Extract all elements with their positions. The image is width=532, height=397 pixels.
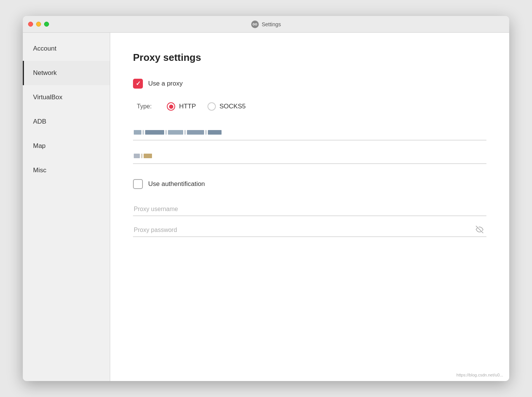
radio-circle-http <box>167 102 175 111</box>
radio-inner-http <box>169 105 173 109</box>
blur-port-3 <box>144 154 152 158</box>
blur-px-3 <box>145 130 164 135</box>
proxy-host-pixelated <box>134 127 222 138</box>
radio-circle-socks5 <box>207 102 216 111</box>
sidebar-item-virtualbox[interactable]: VirtualBox <box>23 85 110 110</box>
window-title: Settings <box>262 21 281 27</box>
proxy-port-wrapper <box>133 148 486 164</box>
titlebar: oo Settings <box>23 16 509 33</box>
blur-px-2 <box>142 130 144 135</box>
toggle-password-icon[interactable] <box>476 225 483 235</box>
proxy-username-wrapper <box>133 203 486 216</box>
use-auth-row: Use authentification <box>133 179 486 189</box>
proxy-port-blurred[interactable] <box>133 148 486 164</box>
blur-px-7 <box>187 130 204 135</box>
window-controls <box>28 22 49 27</box>
use-proxy-row: ✓ Use a proxy <box>133 79 486 89</box>
titlebar-title: oo Settings <box>251 21 281 28</box>
blur-port-2 <box>141 154 142 158</box>
proxy-host-wrapper <box>133 124 486 140</box>
proxy-port-pixelated <box>134 150 152 162</box>
sidebar: Account Network VirtualBox ADB Map Misc <box>23 33 110 381</box>
use-auth-checkbox[interactable] <box>133 179 143 189</box>
radio-http[interactable]: HTTP <box>167 102 196 111</box>
section-gap <box>133 172 486 179</box>
proxy-password-input[interactable] <box>133 224 486 237</box>
settings-window: oo Settings Account Network VirtualBox A… <box>23 16 509 381</box>
blur-px-5 <box>168 130 183 135</box>
blur-px-8 <box>205 130 207 135</box>
blur-px-4 <box>165 130 167 135</box>
proxy-username-input[interactable] <box>133 203 486 216</box>
use-proxy-checkbox[interactable]: ✓ <box>133 79 143 89</box>
proxy-type-row: Type: HTTP SOCKS5 <box>133 102 486 111</box>
sidebar-item-misc[interactable]: Misc <box>23 158 110 183</box>
app-icon: oo <box>251 21 259 28</box>
sidebar-item-map[interactable]: Map <box>23 134 110 158</box>
radio-socks5-label: SOCKS5 <box>220 103 246 110</box>
checkmark-icon: ✓ <box>136 81 141 87</box>
proxy-host-blurred[interactable] <box>133 124 486 140</box>
sidebar-item-adb[interactable]: ADB <box>23 110 110 134</box>
blur-px-9 <box>208 130 222 135</box>
proxy-password-wrapper <box>133 224 486 237</box>
radio-socks5[interactable]: SOCKS5 <box>207 102 246 111</box>
maximize-button[interactable] <box>44 22 49 27</box>
use-proxy-label: Use a proxy <box>148 80 183 87</box>
radio-http-label: HTTP <box>179 103 196 110</box>
close-button[interactable] <box>28 22 33 27</box>
content-area: Proxy settings ✓ Use a proxy Type: HTTP <box>110 33 509 381</box>
type-label: Type: <box>137 103 152 110</box>
blur-px-6 <box>184 130 186 135</box>
watermark: https://blog.csdn.net/u0... <box>456 373 503 377</box>
sidebar-item-account[interactable]: Account <box>23 37 110 61</box>
page-title: Proxy settings <box>133 52 486 64</box>
blur-port-1 <box>134 154 140 158</box>
sidebar-item-network[interactable]: Network <box>23 61 110 85</box>
use-auth-label: Use authentification <box>148 180 205 188</box>
main-layout: Account Network VirtualBox ADB Map Misc … <box>23 33 509 381</box>
blur-px-1 <box>134 130 141 135</box>
minimize-button[interactable] <box>36 22 41 27</box>
